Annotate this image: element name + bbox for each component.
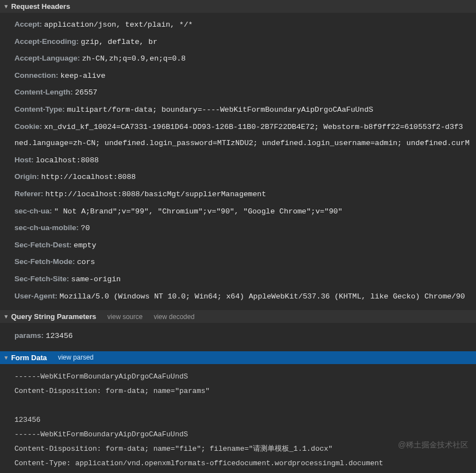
form-data-line [14,471,476,473]
header-value: same-origin [71,275,121,283]
view-source-link[interactable]: view source [107,313,142,321]
form-data-title: ▼ Form Data [3,353,47,362]
disclosure-triangle-icon[interactable]: ▼ [3,355,9,361]
form-data-line: 123456 [14,413,476,427]
view-decoded-link[interactable]: view decoded [153,313,194,321]
query-string-header[interactable]: ▼ Query String Parameters view source vi… [0,310,476,323]
header-name: Content-Length: [14,88,75,96]
header-name: Connection: [14,71,61,79]
header-row: User-Agent: Mozilla/5.0 (Windows NT 10.0… [14,288,476,305]
header-row: Accept-Language: zh-CN,zh;q=0.9,en;q=0.8 [14,50,476,67]
header-row: sec-ch-ua: " Not A;Brand";v="99", "Chrom… [14,203,476,220]
query-param-row: params: 123456 [14,327,476,345]
header-value: http://localhost:8088/basicMgt/supplierM… [46,190,266,198]
request-headers-header[interactable]: ▼ Request Headers [0,0,476,13]
form-data-line [14,399,476,413]
header-name: Accept-Language: [14,54,82,62]
query-param-name: params: [14,331,46,340]
form-data-line: ------WebKitFormBoundaryAipDrgoCAaFuUndS [14,427,476,442]
header-name: Origin: [14,172,41,181]
header-row: Sec-Fetch-Mode: cors [14,253,476,271]
header-row: Host: localhost:8088 [14,152,476,169]
header-row: Content-Type: multipart/form-data; bound… [14,101,476,118]
header-value: gzip, deflate, br [81,38,157,46]
form-data-line: ------WebKitFormBoundaryAipDrgoCAaFuUndS [14,370,476,384]
header-value: multipart/form-data; boundary=----WebKit… [67,106,373,114]
request-headers-title: ▼ Request Headers [3,2,70,11]
form-data-title-text: Form Data [11,353,47,362]
header-row: Origin: http://localhost:8088 [14,168,476,186]
query-string-body: params: 123456 [0,323,476,351]
header-value: Mozilla/5.0 (Windows NT 10.0; Win64; x64… [60,292,465,301]
header-name: Sec-Fetch-Dest: [14,241,74,249]
header-value: zh-CN,zh;q=0.9,en;q=0.8 [82,54,186,63]
header-value: localhost:8088 [36,156,98,165]
header-value: http://localhost:8088 [41,173,136,181]
header-row: ned.language=zh-CN; undefined.login_pass… [14,135,476,152]
query-string-title-text: Query String Parameters [11,312,96,321]
header-value: xn_dvid_kf_10024=CA7331-196B1D64-DD93-12… [44,123,463,131]
header-name: Sec-Fetch-Mode: [14,257,77,266]
query-string-title: ▼ Query String Parameters [3,312,96,321]
header-value: ?0 [81,224,90,232]
header-value: keep-alive [61,72,106,80]
disclosure-triangle-icon[interactable]: ▼ [3,313,9,320]
form-data-line: Content-Type: application/vnd.openxmlfor… [14,456,476,471]
header-row: Content-Length: 26557 [14,84,476,101]
header-name: Host: [14,156,36,164]
header-row: Connection: keep-alive [14,67,476,84]
header-row: sec-ch-ua-mobile: ?0 [14,220,476,237]
header-name: Referer: [14,190,46,198]
header-row: Accept-Encoding: gzip, deflate, br [14,33,476,51]
header-row: Referer: http://localhost:8088/basicMgt/… [14,186,476,203]
form-data-line: Content-Disposition: form-data; name="fi… [14,442,476,456]
header-name: sec-ch-ua-mobile: [14,223,81,232]
form-data-body: ------WebKitFormBoundaryAipDrgoCAaFuUndS… [0,364,476,473]
header-name: Content-Type: [14,105,67,113]
header-name: sec-ch-ua: [14,207,54,215]
form-data-line: Content-Disposition: form-data; name="pa… [14,384,476,399]
header-row: Cookie: xn_dvid_kf_10024=CA7331-196B1D64… [14,118,476,136]
query-param-value: 123456 [46,332,73,340]
form-data-header[interactable]: ▼ Form Data view parsed [0,351,476,364]
header-name: User-Agent: [14,292,60,300]
header-value: cors [77,258,95,266]
header-value: 26557 [75,88,98,97]
header-row: Sec-Fetch-Dest: empty [14,237,476,254]
header-row: Sec-Fetch-Site: same-origin [14,271,476,288]
header-name: Accept: [14,20,44,28]
header-name: Accept-Encoding: [14,37,81,46]
request-headers-title-text: Request Headers [11,2,70,11]
disclosure-triangle-icon[interactable]: ▼ [3,3,9,9]
header-value: ned.language=zh-CN; undefined.login_pass… [14,139,469,147]
header-value: " Not A;Brand";v="99", "Chromium";v="90"… [54,207,342,216]
header-row: Accept: application/json, text/plain, */… [14,16,476,33]
view-parsed-link[interactable]: view parsed [58,353,93,361]
header-name: Sec-Fetch-Site: [14,275,71,283]
request-headers-body: Accept: application/json, text/plain, */… [0,13,476,310]
header-name: Cookie: [14,122,44,131]
header-value: application/json, text/plain, */* [44,21,192,29]
header-value: empty [74,241,97,250]
